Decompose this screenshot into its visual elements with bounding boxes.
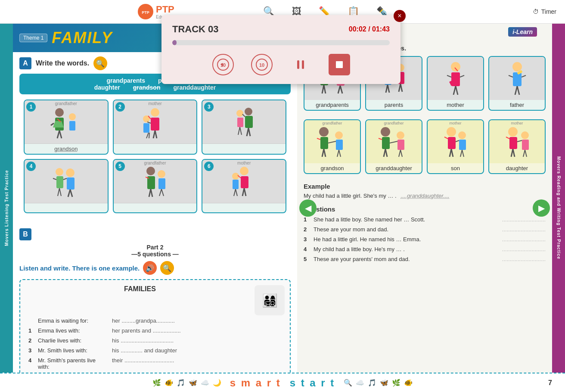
- q4-num: 4: [304, 246, 310, 252]
- right-sidebar: Movers Reading and Writing Test Practice: [552, 24, 565, 392]
- bottom-bar: 🌿 🐠 🎵 🦋 ☁️ 🌙 s m a r t s t a r t 🔍 ☁️ 🎵 …: [0, 373, 565, 392]
- parents-label: parents: [366, 100, 422, 110]
- granddaughter-label2: granddaughter: [366, 163, 422, 173]
- svg-point-84: [451, 62, 460, 72]
- image-card-3: 3: [202, 100, 286, 155]
- svg-line-25: [149, 133, 149, 138]
- father-image: [489, 57, 545, 100]
- row-label: Mr. Smith's parents live with:: [36, 356, 109, 371]
- row-label: Charlie lives with:: [36, 336, 109, 345]
- section-a-search-button[interactable]: 🔍: [93, 56, 107, 70]
- row-num: 3: [26, 346, 35, 355]
- svg-line-133: [513, 149, 515, 157]
- svg-point-108: [381, 127, 390, 137]
- family-row-1: 1 Emma lives with: her parents and .....…: [26, 326, 284, 335]
- svg-line-103: [324, 149, 326, 157]
- audio-search-button[interactable]: 🔍: [160, 261, 174, 275]
- granddaughter-top-label: grandfather: [384, 121, 404, 125]
- right-sidebar-text: Movers Reading and Writing Test Practice: [556, 156, 561, 259]
- bottom-icon-2: 🐠: [165, 379, 173, 387]
- svg-rect-8: [336, 61, 343, 68]
- image-card-5: grandfather: [113, 159, 198, 213]
- family-row-4: 4 Mr. Smith's parents live with: their .…: [26, 356, 284, 371]
- svg-point-11: [69, 113, 76, 120]
- logo-text: PTP: [156, 4, 174, 15]
- svg-line-117: [379, 138, 382, 140]
- svg-point-38: [66, 168, 75, 177]
- stop-button[interactable]: [329, 54, 350, 75]
- svg-rect-101: [336, 140, 343, 150]
- svg-line-134: [523, 150, 525, 157]
- modal-close-button[interactable]: ×: [394, 10, 406, 22]
- card1-label: grandson: [25, 143, 108, 154]
- svg-line-126: [456, 140, 459, 142]
- audio-play-button[interactable]: 🔊: [143, 261, 157, 275]
- svg-point-36: [56, 168, 63, 176]
- svg-point-110: [397, 131, 404, 139]
- svg-point-9: [55, 108, 64, 117]
- timer-section: ⏱ Timer: [533, 8, 556, 15]
- svg-point-118: [447, 127, 456, 137]
- timer-icon: ⏱: [533, 8, 539, 15]
- svg-point-120: [458, 131, 466, 139]
- svg-line-60: [244, 188, 246, 196]
- svg-line-69: [324, 85, 326, 93]
- progress-bar[interactable]: [172, 40, 390, 45]
- svg-rect-28: [245, 116, 253, 128]
- svg-line-23: [155, 131, 157, 138]
- card5-number: 5: [115, 162, 125, 171]
- svg-rect-58: [233, 180, 239, 189]
- bottom-icon-r1: 🔍: [344, 379, 352, 387]
- example-answer: ....granddaughter....: [401, 193, 450, 199]
- svg-rect-131: [522, 140, 529, 150]
- question-4: 4 My child had a little boy. He's my … .…: [304, 246, 546, 252]
- card2-top-label: mother: [148, 101, 161, 106]
- q4-text: My child had a little boy. He's my … .: [314, 246, 482, 252]
- svg-line-53: [161, 189, 164, 196]
- time-display: 00:02 / 01:43: [349, 25, 390, 33]
- grandparents-label: grandparents: [304, 100, 360, 110]
- son-image2: mother: [428, 120, 483, 163]
- pause-button[interactable]: [290, 54, 311, 75]
- q2-text: These are your mom and dad.: [314, 226, 482, 233]
- svg-line-107: [317, 138, 320, 140]
- svg-line-95: [517, 86, 519, 95]
- family-row-example: Emma is waiting for: her .........grandp…: [26, 316, 284, 325]
- row-label: Emma is waiting for:: [36, 316, 109, 325]
- theme-title: FAMILY: [52, 29, 112, 47]
- card5-top-label: grandfather: [144, 161, 166, 165]
- word-granddaughter: granddaughter: [173, 84, 216, 91]
- svg-line-135: [525, 150, 527, 157]
- svg-point-55: [240, 167, 248, 175]
- svg-line-21: [147, 122, 151, 123]
- row-num: 1: [26, 326, 35, 335]
- audio-modal: × TRACK 03 00:02 / 01:43 10 10: [161, 15, 400, 84]
- grandson-label2: grandson: [304, 163, 360, 173]
- prev-arrow[interactable]: ◀: [299, 199, 317, 217]
- svg-line-43: [70, 190, 72, 197]
- card1-top-label: grandfather: [55, 101, 77, 106]
- card5-label: [114, 203, 197, 212]
- svg-rect-111: [397, 140, 404, 150]
- logo-icon: PTP: [138, 4, 153, 19]
- rewind-button[interactable]: 10: [212, 54, 234, 75]
- image-card-2: mother: [113, 100, 198, 155]
- svg-rect-56: [241, 176, 248, 188]
- section-a-label: A Write the words. 🔍: [19, 56, 107, 70]
- svg-line-15: [51, 123, 54, 125]
- family-row-3: 3 Mr. Smith lives with: his ............…: [26, 346, 284, 355]
- family-card2-granddaughter: grandfather granddaughter: [365, 119, 422, 174]
- q5-dots: ............................: [485, 256, 546, 262]
- family-row-2: 2 Charlie lives with: his ..............…: [26, 336, 284, 345]
- card4-image: [25, 160, 108, 203]
- example-row: My child had a little girl. She's my … .…: [304, 193, 546, 199]
- forward-button[interactable]: 10: [251, 54, 273, 75]
- q1-dots: ............................: [485, 216, 546, 223]
- bottom-icon-5: ☁️: [201, 379, 209, 387]
- card4-number: 4: [26, 162, 36, 171]
- movers-left-sidebar: Movers Listening Test Practice: [0, 24, 13, 392]
- svg-rect-99: [320, 137, 328, 149]
- next-arrow[interactable]: ▶: [533, 199, 550, 217]
- q2-dots: ............................: [485, 226, 546, 233]
- son-label2: son: [428, 163, 483, 173]
